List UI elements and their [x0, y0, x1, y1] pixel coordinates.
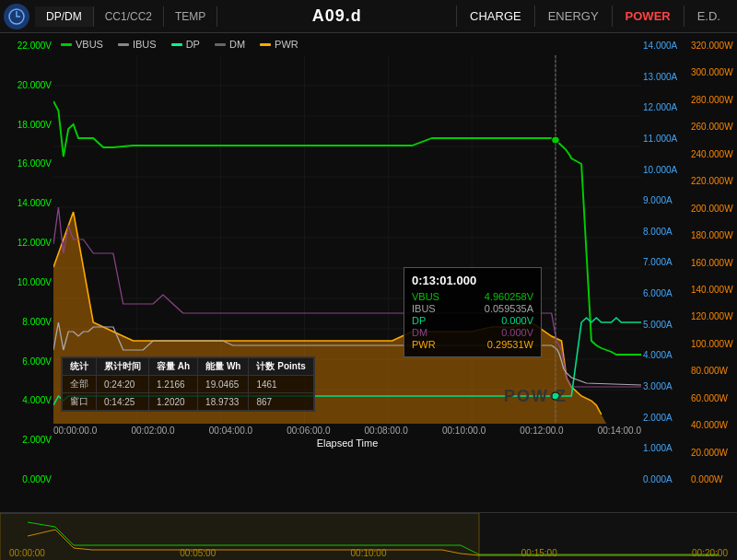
right-tabs: CHARGE ENERGY POWER E.D.	[456, 6, 733, 27]
tab-power[interactable]: POWER	[612, 6, 684, 27]
tab-ed[interactable]: E.D.	[684, 6, 733, 27]
minimap[interactable]: 00:00:00 00:05:00 00:10:00 00:15:00 00:2…	[0, 512, 737, 560]
tab-dp-dm[interactable]: DP/DM	[35, 6, 94, 27]
y-axis-power: 320.000W 300.000W 280.000W 260.000W 240.…	[689, 33, 737, 512]
tab-temp[interactable]: TEMP	[164, 6, 217, 27]
chart-canvas[interactable]: VBUS IBUS DP DM PWR	[53, 33, 641, 512]
tooltip-time: 0:13:01.000	[412, 274, 533, 287]
tooltip-ibus-row: IBUS 0.059535A	[412, 303, 533, 314]
tab-energy[interactable]: ENERGY	[534, 6, 612, 27]
stats-data-table: 统计 累计时间 容量 Ah 能量 Wh 计数 Points 全部 0:24:20…	[62, 357, 314, 411]
y-axis-voltage: 22.000V 20.000V 18.000V 16.000V 14.000V …	[0, 33, 53, 512]
tooltip-pwr-row: PWR 0.29531W	[412, 339, 533, 350]
y-axis-current: 14.000A 13.000A 12.000A 11.000A 10.000A …	[641, 33, 689, 512]
right-axes: 14.000A 13.000A 12.000A 11.000A 10.000A …	[641, 33, 737, 512]
watermark: POW·Z	[504, 387, 567, 406]
legend-pwr: PWR	[260, 39, 298, 50]
tooltip-dm-row: DM 0.000V	[412, 327, 533, 338]
stats-row-window: 窗口 0:14:25 1.2020 18.9733 867	[63, 393, 314, 411]
tooltip-vbus-row: VBUS 4.960258V	[412, 291, 533, 302]
svg-point-22	[552, 136, 560, 144]
x-axis-labels: 00:00:00.0 00:02:00.0 00:04:00.0 00:06:0…	[53, 426, 641, 436]
legend-vbus: VBUS	[61, 39, 103, 50]
tab-cc1-cc2[interactable]: CC1/CC2	[94, 6, 164, 27]
legend-dm: DM	[215, 39, 245, 50]
chart-title: A09.d	[217, 6, 456, 26]
tooltip-overlay: 0:13:01.000 VBUS 4.960258V IBUS 0.059535…	[404, 267, 542, 357]
legend-dp: DP	[171, 39, 200, 50]
chart-plot[interactable]: 0:13:01.000 VBUS 4.960258V IBUS 0.059535…	[53, 55, 641, 449]
stats-table: 统计 累计时间 容量 Ah 能量 Wh 计数 Points 全部 0:24:20…	[61, 356, 315, 412]
stats-row-all: 全部 0:24:20 1.2166 19.0465 1461	[63, 376, 314, 393]
top-nav: DP/DM CC1/CC2 TEMP A09.d CHARGE ENERGY P…	[0, 0, 737, 33]
app-logo	[4, 4, 29, 29]
tab-charge[interactable]: CHARGE	[456, 6, 534, 27]
tooltip-dp-row: DP 0.000V	[412, 315, 533, 326]
main-chart-area: 22.000V 20.000V 18.000V 16.000V 14.000V …	[0, 33, 737, 512]
legend: VBUS IBUS DP DM PWR	[53, 33, 641, 55]
legend-ibus: IBUS	[118, 39, 157, 50]
x-axis-title: Elapsed Time	[53, 436, 641, 449]
minimap-labels: 00:00:00 00:05:00 00:10:00 00:15:00 00:2…	[0, 548, 737, 558]
